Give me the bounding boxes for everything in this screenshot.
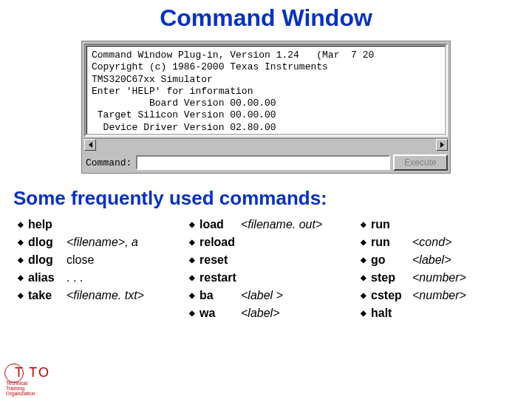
- command-name: take: [28, 287, 66, 304]
- command-output: Command Window Plug-in, Version 1.24 (Ma…: [86, 46, 446, 134]
- command-row: Command: Execute: [84, 154, 448, 171]
- list-item: ◆go<label>: [361, 251, 508, 269]
- command-arg: <number>: [412, 287, 466, 304]
- command-arg: <filename. out>: [241, 216, 322, 233]
- list-item: ◆alias. . .: [18, 269, 189, 287]
- tto-sub-2: Training: [6, 386, 41, 391]
- command-arg: <label>: [412, 251, 451, 269]
- command-name: dlog: [28, 233, 66, 251]
- diamond-bullet-icon: ◆: [18, 290, 28, 301]
- command-name: load: [200, 216, 241, 233]
- diamond-bullet-icon: ◆: [189, 254, 200, 265]
- diamond-bullet-icon: ◆: [18, 254, 28, 265]
- list-item: ◆load<filename. out>: [189, 216, 361, 233]
- list-item: ◆wa<label>: [189, 304, 361, 322]
- commands-columns: ◆help◆dlog<filename>, a◆dlogclose◆alias.…: [0, 213, 532, 322]
- commands-col-2: ◆load<filename. out>◆reload◆reset◆restar…: [189, 216, 361, 322]
- arrow-left-icon: [89, 142, 92, 148]
- tto-label: T TO: [15, 365, 50, 381]
- list-item: ◆dlogclose: [18, 251, 189, 269]
- diamond-bullet-icon: ◆: [189, 290, 200, 301]
- command-name: halt: [371, 304, 412, 322]
- diamond-bullet-icon: ◆: [361, 307, 371, 318]
- command-arg: <filename. txt>: [66, 287, 144, 304]
- tto-sub-1: Technical: [6, 381, 41, 386]
- command-name: help: [28, 216, 66, 233]
- page-title: Command Window: [0, 0, 532, 35]
- command-name: go: [371, 251, 412, 269]
- diamond-bullet-icon: ◆: [189, 307, 200, 318]
- diamond-bullet-icon: ◆: [361, 290, 371, 301]
- command-name: step: [371, 269, 412, 287]
- list-item: ◆restart: [189, 269, 361, 287]
- scrollbar-horizontal[interactable]: [84, 138, 448, 150]
- list-item: ◆run: [361, 216, 508, 233]
- command-name: ba: [200, 287, 241, 304]
- diamond-bullet-icon: ◆: [361, 236, 371, 248]
- diamond-bullet-icon: ◆: [189, 236, 200, 248]
- list-item: ◆ba<label >: [189, 287, 361, 304]
- command-name: restart: [200, 269, 241, 287]
- command-name: reset: [200, 251, 241, 269]
- diamond-bullet-icon: ◆: [18, 272, 28, 283]
- diamond-bullet-icon: ◆: [189, 219, 200, 230]
- tto-sub-3: Organization: [6, 391, 41, 396]
- list-item: ◆reset: [189, 251, 361, 269]
- command-name: run: [371, 233, 412, 251]
- list-item: ◆help: [18, 216, 189, 233]
- command-name: reload: [200, 233, 241, 251]
- commands-col-1: ◆help◆dlog<filename>, a◆dlogclose◆alias.…: [18, 216, 189, 322]
- commands-col-3: ◆run◆run<cond>◆go<label>◆step<number>◆cs…: [361, 216, 508, 322]
- diamond-bullet-icon: ◆: [361, 219, 371, 230]
- arrow-right-icon: [440, 142, 444, 148]
- diamond-bullet-icon: ◆: [18, 236, 28, 248]
- command-name: wa: [200, 304, 241, 322]
- list-item: ◆take<filename. txt>: [18, 287, 189, 304]
- list-item: ◆reload: [189, 233, 361, 251]
- freq-heading: Some frequently used commands:: [0, 174, 532, 213]
- diamond-bullet-icon: ◆: [189, 272, 200, 283]
- command-arg: . . .: [66, 269, 83, 287]
- command-arg: <filename>, a: [66, 233, 138, 251]
- list-item: ◆cstep<number>: [361, 287, 508, 304]
- command-arg: <number>: [412, 269, 466, 287]
- command-name: dlog: [28, 251, 66, 269]
- command-arg: <label>: [241, 304, 280, 322]
- scroll-right-button[interactable]: [436, 139, 448, 151]
- command-output-frame: Command Window Plug-in, Version 1.24 (Ma…: [84, 44, 448, 137]
- command-name: cstep: [371, 287, 412, 304]
- command-arg: close: [66, 251, 94, 269]
- tto-logo: T TO Technical Training Organization: [4, 365, 40, 396]
- command-label: Command:: [84, 157, 133, 168]
- list-item: ◆dlog<filename>, a: [18, 233, 189, 251]
- scroll-left-button[interactable]: [84, 139, 96, 151]
- list-item: ◆run<cond>: [361, 233, 508, 251]
- command-input[interactable]: [136, 155, 390, 170]
- command-name: run: [371, 216, 412, 233]
- list-item: ◆halt: [361, 304, 508, 322]
- command-arg: <cond>: [412, 233, 451, 251]
- diamond-bullet-icon: ◆: [361, 272, 371, 283]
- diamond-bullet-icon: ◆: [18, 219, 28, 230]
- execute-button[interactable]: Execute: [393, 154, 448, 171]
- list-item: ◆step<number>: [361, 269, 508, 287]
- diamond-bullet-icon: ◆: [361, 254, 371, 265]
- command-window: Command Window Plug-in, Version 1.24 (Ma…: [81, 41, 451, 174]
- command-arg: <label >: [241, 287, 283, 304]
- command-name: alias: [28, 269, 66, 287]
